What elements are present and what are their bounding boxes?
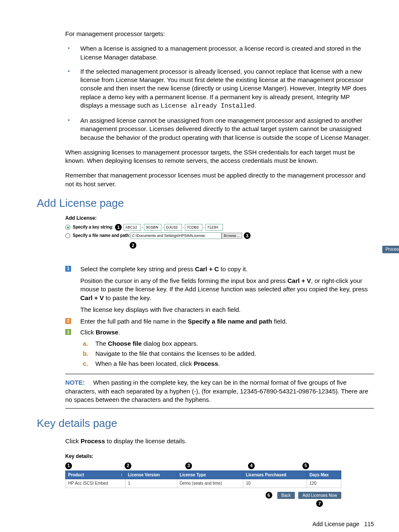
table-header-row: Product ↑ License Version License Type L…	[66, 470, 341, 479]
td-version: 1	[125, 479, 177, 488]
th-purchased[interactable]: Licenses Purchased	[243, 470, 307, 479]
label-key-string: Specify a key string:	[73, 224, 113, 230]
th-product[interactable]: Product ↑	[66, 470, 125, 479]
bullet-1: When a license is assigned to a manageme…	[65, 44, 374, 62]
sub-c: c.When a file has been located, click Pr…	[80, 360, 374, 368]
sub-steps: a.The Choose file dialog box appears. b.…	[80, 339, 374, 368]
fig-title: Add License:	[65, 215, 350, 221]
add-licenses-button[interactable]: Add Licenses Now	[298, 492, 341, 499]
kd-title: Key details:	[65, 453, 93, 460]
numbered-steps: 1 Select the complete key string and pre…	[65, 265, 374, 368]
key-details-figure: Key details: 1 2 3 4 5 Product ↑ License…	[65, 452, 341, 507]
radio-file-path[interactable]	[65, 233, 70, 238]
key-field-5[interactable]: 7123H	[205, 224, 223, 231]
path-input[interactable]: C:\Documents and Settings\HPSIM\License.	[130, 232, 222, 239]
key-field-1[interactable]: ABC12	[123, 224, 141, 231]
step-2: 2 Enter the full path and file name in t…	[65, 317, 374, 326]
callout-c5-icon: 5	[302, 463, 309, 469]
callout-c1-icon: 1	[65, 463, 72, 469]
sub-a: a.The Choose file dialog box appears.	[80, 339, 374, 348]
bullet-3: An assigned license cannot be unassigned…	[65, 116, 374, 142]
bullet-2: If the selected management processor is …	[65, 67, 374, 111]
heading-key-details: Key details page	[37, 416, 374, 431]
td-type: Demo (seats and time)	[177, 479, 243, 488]
add-license-figure: Add License: Specify a key string: 1 ABC…	[65, 215, 350, 261]
process-button[interactable]: Process…	[382, 246, 399, 253]
callout-c7-icon: 7	[316, 500, 323, 507]
kd-intro: Click Process to display the license det…	[65, 437, 374, 445]
label-file-path: Specify a file name and path:	[73, 233, 130, 239]
key-field-4[interactable]: 7CDB2	[185, 224, 202, 231]
step-1: 1 Select the complete key string and pre…	[65, 265, 374, 314]
back-button[interactable]: Back	[277, 492, 295, 499]
key-field-3[interactable]: DJU32	[164, 224, 182, 231]
note-text: When pasting in the complete key, the ke…	[65, 379, 368, 403]
td-product: HP Acc iSCSI Embed	[66, 479, 125, 488]
callout-2-icon: 2	[130, 242, 136, 249]
radio-key-string[interactable]	[65, 225, 70, 230]
row-file-path: Specify a file name and path: C:\Documen…	[65, 232, 350, 239]
note-block: NOTE:When pasting in the complete key, t…	[65, 374, 374, 409]
note-label: NOTE:	[65, 379, 85, 386]
callout-c6-icon: 6	[266, 492, 272, 499]
key-details-table: Product ↑ License Version License Type L…	[65, 470, 341, 488]
td-purchased: 10	[243, 479, 307, 488]
th-type[interactable]: License Type	[177, 470, 243, 479]
step-number-3-icon: 3	[65, 329, 71, 335]
table-row: HP Acc iSCSI Embed 1 Demo (seats and tim…	[66, 479, 341, 488]
para-ssh: When assigning licenses to management pr…	[65, 148, 374, 165]
browse-button[interactable]: Browse…	[222, 233, 242, 239]
callout-3-icon: 3	[244, 232, 251, 239]
footer-page-num: 115	[364, 521, 374, 527]
callout-c3-icon: 3	[185, 463, 192, 469]
step-number-1-icon: 1	[65, 266, 71, 272]
th-version[interactable]: License Version	[125, 470, 177, 479]
callout-1-icon: 1	[115, 224, 122, 231]
key-field-2[interactable]: 3GSBN	[144, 224, 161, 231]
mp-bullet-list: When a license is assigned to a manageme…	[65, 44, 374, 142]
th-days[interactable]: Days Max	[307, 470, 341, 479]
callout-c4-icon: 4	[248, 463, 255, 469]
step-number-2-icon: 2	[65, 318, 71, 324]
step-3: 3 Click Browse. a.The Choose file dialog…	[65, 328, 374, 368]
sub-b: b.Navigate to the file that contains the…	[80, 350, 374, 358]
heading-add-license: Add License page	[37, 196, 374, 211]
para-remember: Remember that management processor licen…	[65, 171, 374, 188]
callout-c2-icon: 2	[125, 463, 131, 469]
footer-label: Add License page	[312, 521, 359, 527]
page-footer: Add License page 115	[37, 520, 374, 528]
td-days: 120	[307, 479, 341, 488]
row-key-string: Specify a key string: 1 ABC12- 3GSBN- DJ…	[65, 224, 350, 231]
intro-text: For management processor targets:	[65, 30, 374, 38]
